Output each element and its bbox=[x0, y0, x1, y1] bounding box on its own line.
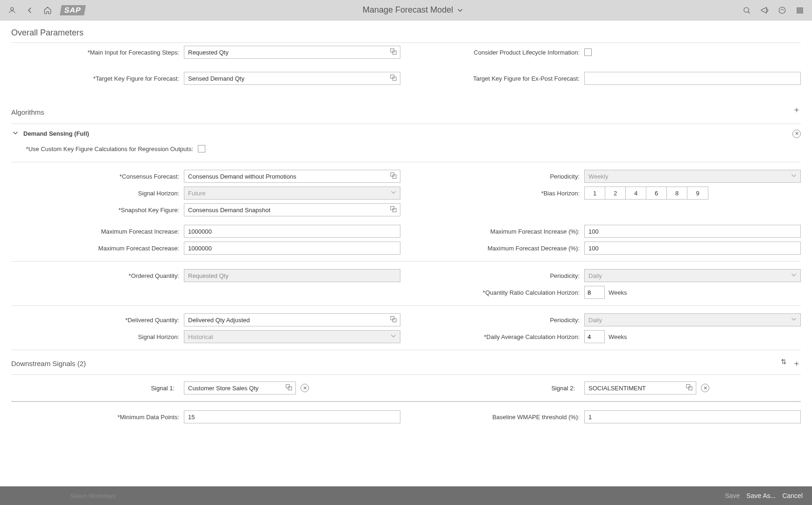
label-max-decrease-pct: Maximum Forecast Decrease (%): bbox=[412, 245, 584, 252]
label-baseline-wmape: Baseline WMAPE threshold (%): bbox=[412, 414, 584, 421]
delivered-qty-field[interactable] bbox=[184, 313, 400, 326]
shell-header: SAP Manage Forecast Model bbox=[0, 0, 812, 21]
divider bbox=[11, 42, 801, 43]
label-max-increase-pct: Maximum Forecast Increase (%): bbox=[412, 228, 584, 235]
menu-icon[interactable] bbox=[795, 6, 805, 15]
value-help-icon[interactable] bbox=[389, 315, 398, 325]
value-help-icon[interactable] bbox=[285, 383, 293, 393]
max-decrease-pct-field[interactable] bbox=[584, 242, 801, 255]
algorithm-name: Demand Sensing (Full) bbox=[23, 130, 89, 137]
signal1-field[interactable] bbox=[184, 381, 296, 394]
svg-rect-19 bbox=[689, 387, 693, 390]
label-min-data-points: Minimum Data Points: bbox=[11, 414, 184, 421]
svg-rect-13 bbox=[393, 208, 397, 212]
weeks-unit: Weeks bbox=[609, 333, 627, 340]
label-periodicity-2: Periodicity: bbox=[412, 272, 584, 279]
bias-seg[interactable]: 8 bbox=[667, 187, 687, 199]
consensus-field[interactable] bbox=[184, 170, 400, 183]
search-icon[interactable] bbox=[742, 6, 751, 15]
chevron-down-icon[interactable] bbox=[790, 271, 798, 281]
bias-seg[interactable]: 1 bbox=[585, 187, 605, 199]
label-delivered-qty: Delivered Quantity: bbox=[11, 317, 184, 324]
remove-signal2-icon[interactable]: ✕ bbox=[701, 384, 709, 392]
custom-kf-checkbox[interactable] bbox=[198, 145, 205, 152]
svg-rect-8 bbox=[391, 75, 394, 79]
min-data-points-field[interactable] bbox=[184, 410, 400, 423]
label-max-increase: Maximum Forecast Increase: bbox=[11, 228, 184, 235]
label-periodicity-1: Periodicity: bbox=[412, 173, 584, 180]
overall-params-heading: Overall Parameters bbox=[11, 28, 801, 38]
periodicity-weekly-select[interactable] bbox=[584, 170, 801, 183]
qty-ratio-horizon-field[interactable] bbox=[584, 286, 605, 299]
label-snapshot-kf: Snapshot Key Figure: bbox=[11, 207, 184, 214]
weeks-unit: Weeks bbox=[609, 289, 627, 296]
max-increase-field[interactable] bbox=[184, 225, 400, 238]
sort-icon[interactable]: ⇅ bbox=[781, 358, 787, 369]
svg-rect-4 bbox=[797, 10, 803, 11]
downstream-heading: Downstream Signals (2) bbox=[11, 360, 86, 367]
back-icon[interactable] bbox=[25, 6, 35, 15]
label-custom-kf: Use Custom Key Figure Calculations for R… bbox=[11, 145, 198, 152]
label-daily-avg-horizon: Daily Average Calculation Horizon: bbox=[412, 333, 584, 340]
svg-point-1 bbox=[744, 7, 749, 13]
value-help-icon[interactable] bbox=[685, 383, 693, 393]
svg-rect-12 bbox=[391, 207, 394, 210]
page-title: Manage Forecast Model bbox=[363, 5, 453, 15]
value-help-icon[interactable] bbox=[389, 205, 398, 215]
chevron-down-icon[interactable] bbox=[389, 332, 398, 342]
value-help-icon[interactable] bbox=[389, 48, 398, 57]
main-input-field[interactable] bbox=[184, 46, 400, 59]
label-consensus: Consensus Forecast: bbox=[11, 173, 184, 180]
signal-horizon-future-select[interactable] bbox=[184, 187, 400, 200]
svg-rect-18 bbox=[686, 385, 690, 388]
svg-rect-16 bbox=[286, 385, 290, 388]
baseline-wmape-field[interactable] bbox=[584, 410, 801, 423]
chevron-down-icon[interactable] bbox=[790, 315, 798, 325]
add-signal-icon[interactable]: ＋ bbox=[792, 358, 801, 369]
svg-rect-10 bbox=[391, 173, 394, 177]
signal-horizon-hist-select[interactable] bbox=[184, 330, 400, 343]
target-kf-expost-field[interactable] bbox=[584, 72, 801, 85]
svg-rect-11 bbox=[393, 175, 397, 179]
shell-title[interactable]: Manage Forecast Model bbox=[93, 5, 734, 15]
lifecycle-checkbox[interactable] bbox=[584, 48, 592, 56]
add-algorithm-icon[interactable]: ＋ bbox=[792, 104, 801, 115]
user-icon[interactable] bbox=[7, 6, 17, 15]
bias-seg[interactable]: 6 bbox=[646, 187, 667, 199]
snapshot-kf-field[interactable] bbox=[184, 203, 400, 216]
bias-seg[interactable]: 9 bbox=[687, 187, 708, 199]
remove-algorithm-icon[interactable]: ✕ bbox=[792, 130, 801, 138]
ordered-qty-field[interactable] bbox=[184, 269, 400, 282]
svg-rect-3 bbox=[797, 7, 803, 8]
bias-seg[interactable]: 4 bbox=[626, 187, 646, 199]
value-help-icon[interactable] bbox=[389, 172, 398, 181]
chevron-down-icon[interactable] bbox=[389, 188, 398, 198]
copilot-icon[interactable] bbox=[777, 6, 787, 15]
daily-avg-horizon-field[interactable] bbox=[584, 330, 605, 343]
svg-rect-17 bbox=[288, 387, 292, 390]
remove-signal1-icon[interactable]: ✕ bbox=[301, 384, 309, 392]
label-periodicity-3: Periodicity: bbox=[412, 317, 584, 324]
expand-icon[interactable] bbox=[11, 129, 20, 138]
value-help-icon[interactable] bbox=[389, 74, 398, 83]
megaphone-icon[interactable] bbox=[760, 6, 769, 15]
bias-seg[interactable]: 2 bbox=[605, 187, 626, 199]
label-target-kf: Target Key Figure for Forecast: bbox=[11, 75, 184, 82]
target-kf-field[interactable] bbox=[184, 72, 400, 85]
svg-rect-7 bbox=[393, 51, 397, 55]
max-decrease-field[interactable] bbox=[184, 242, 400, 255]
sap-logo: SAP bbox=[60, 5, 86, 15]
page-body: Overall Parameters Main Input for Foreca… bbox=[0, 21, 812, 486]
label-ordered-qty: Ordered Quantity: bbox=[11, 272, 184, 279]
signal2-field[interactable] bbox=[584, 381, 696, 394]
bias-horizon-segmented: 1 2 4 6 8 9 bbox=[584, 187, 708, 200]
periodicity-daily-select-2[interactable] bbox=[584, 313, 801, 326]
label-signal-horizon-2: Signal Horizon: bbox=[11, 333, 184, 340]
chevron-down-icon[interactable] bbox=[790, 172, 798, 181]
home-icon[interactable] bbox=[43, 6, 52, 15]
algorithms-heading: Algorithms bbox=[11, 108, 44, 116]
max-increase-pct-field[interactable] bbox=[584, 225, 801, 238]
svg-point-2 bbox=[779, 7, 785, 14]
svg-point-0 bbox=[11, 7, 14, 10]
periodicity-daily-select-1[interactable] bbox=[584, 269, 801, 282]
